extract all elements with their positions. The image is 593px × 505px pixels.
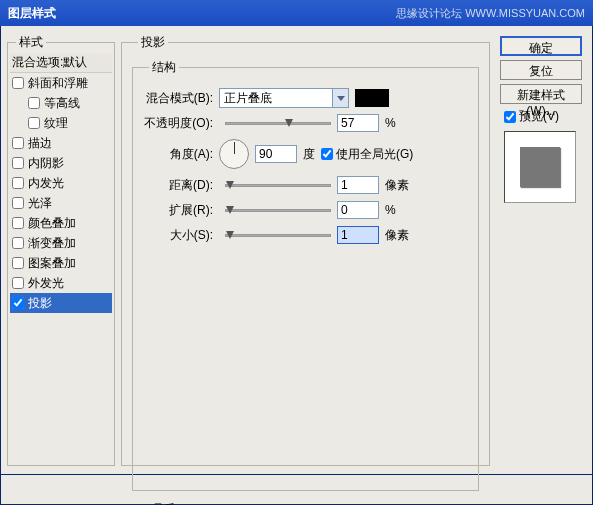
style-check-7[interactable] [12, 217, 24, 229]
style-check-11[interactable] [12, 297, 24, 309]
style-check-3[interactable] [12, 137, 24, 149]
style-item-2[interactable]: 纹理 [10, 113, 112, 133]
size-unit: 像素 [385, 227, 409, 244]
preview-box [504, 131, 576, 203]
style-label: 渐变叠加 [28, 235, 76, 252]
distance-input[interactable] [337, 176, 379, 194]
preview-checkbox[interactable]: 预览(V) [504, 108, 584, 125]
blend-mode-label: 混合模式(B): [143, 90, 219, 107]
settings-legend: 投影 [138, 34, 168, 51]
style-item-9[interactable]: 图案叠加 [10, 253, 112, 273]
opacity-slider[interactable] [225, 122, 331, 125]
styles-legend: 样式 [16, 34, 46, 51]
global-light-checkbox[interactable]: 使用全局光(G) [321, 146, 413, 163]
angle-input[interactable] [255, 145, 297, 163]
styles-panel: 样式 混合选项:默认斜面和浮雕等高线纹理描边内阴影内发光光泽颜色叠加渐变叠加图案… [7, 34, 115, 468]
style-item-1[interactable]: 等高线 [10, 93, 112, 113]
style-check-9[interactable] [12, 257, 24, 269]
blend-mode-value: 正片叠底 [220, 90, 332, 107]
reset-button[interactable]: 复位 [500, 60, 582, 80]
size-label: 大小(S): [143, 227, 219, 244]
action-panel: 确定 复位 新建样式(W)... 预览(V) [496, 34, 586, 468]
credit-text: 思缘设计论坛 WWW.MISSYUAN.COM [396, 6, 585, 21]
style-label: 光泽 [28, 195, 52, 212]
spread-label: 扩展(R): [143, 202, 219, 219]
opacity-label: 不透明度(O): [143, 115, 219, 132]
style-item-7[interactable]: 颜色叠加 [10, 213, 112, 233]
style-label: 图案叠加 [28, 255, 76, 272]
style-label: 纹理 [44, 115, 68, 132]
style-check-8[interactable] [12, 237, 24, 249]
structure-group: 结构 混合模式(B): 正片叠底 不透明度(O): % 角度(A [132, 59, 479, 491]
style-check-2[interactable] [28, 117, 40, 129]
style-check-6[interactable] [12, 197, 24, 209]
style-item-4[interactable]: 内阴影 [10, 153, 112, 173]
style-check-10[interactable] [12, 277, 24, 289]
style-item-5[interactable]: 内发光 [10, 173, 112, 193]
settings-panel: 投影 结构 混合模式(B): 正片叠底 不透明度(O): % [115, 34, 496, 468]
style-label: 颜色叠加 [28, 215, 76, 232]
style-check-1[interactable] [28, 97, 40, 109]
style-item-6[interactable]: 光泽 [10, 193, 112, 213]
quality-legend: 品质 [149, 501, 179, 505]
spread-unit: % [385, 203, 396, 217]
opacity-unit: % [385, 116, 396, 130]
blend-mode-combo[interactable]: 正片叠底 [219, 88, 349, 108]
style-label: 描边 [28, 135, 52, 152]
opacity-input[interactable] [337, 114, 379, 132]
structure-legend: 结构 [149, 59, 179, 76]
new-style-button[interactable]: 新建样式(W)... [500, 84, 582, 104]
style-check-5[interactable] [12, 177, 24, 189]
style-item-0[interactable]: 斜面和浮雕 [10, 73, 112, 93]
angle-label: 角度(A): [143, 146, 219, 163]
style-label: 内阴影 [28, 155, 64, 172]
style-check-4[interactable] [12, 157, 24, 169]
angle-dial[interactable] [219, 139, 249, 169]
style-item-10[interactable]: 外发光 [10, 273, 112, 293]
chevron-down-icon[interactable] [332, 89, 348, 107]
size-slider[interactable] [225, 234, 331, 237]
size-input[interactable] [337, 226, 379, 244]
blend-options-header[interactable]: 混合选项:默认 [10, 53, 112, 73]
distance-slider[interactable] [225, 184, 331, 187]
preview-check[interactable] [504, 111, 516, 123]
distance-label: 距离(D): [143, 177, 219, 194]
ok-button[interactable]: 确定 [500, 36, 582, 56]
global-light-check[interactable] [321, 148, 333, 160]
quality-group: 品质 等高线: 消除锯齿(L) 杂色(N): % [132, 501, 479, 505]
style-label: 斜面和浮雕 [28, 75, 88, 92]
preview-swatch [520, 147, 560, 187]
shadow-color-swatch[interactable] [355, 89, 389, 107]
angle-unit: 度 [303, 146, 315, 163]
style-label: 等高线 [44, 95, 80, 112]
style-item-3[interactable]: 描边 [10, 133, 112, 153]
style-label: 投影 [28, 295, 52, 312]
title-bar: 图层样式 思缘设计论坛 WWW.MISSYUAN.COM [0, 0, 593, 26]
style-label: 内发光 [28, 175, 64, 192]
style-item-11[interactable]: 投影 [10, 293, 112, 313]
style-check-0[interactable] [12, 77, 24, 89]
style-item-8[interactable]: 渐变叠加 [10, 233, 112, 253]
distance-unit: 像素 [385, 177, 409, 194]
style-label: 外发光 [28, 275, 64, 292]
window-title: 图层样式 [8, 5, 56, 22]
spread-input[interactable] [337, 201, 379, 219]
spread-slider[interactable] [225, 209, 331, 212]
